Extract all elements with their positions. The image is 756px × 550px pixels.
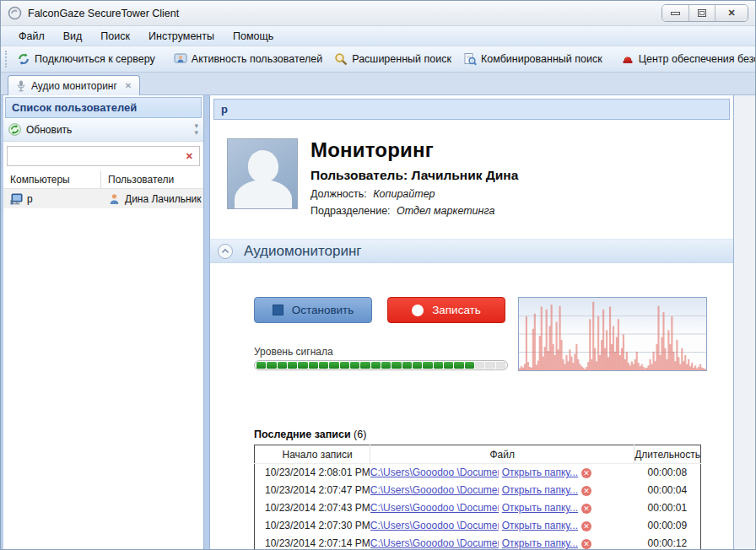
chevron-up-icon xyxy=(221,248,230,254)
avatar xyxy=(227,138,298,209)
signal-segment-on xyxy=(381,362,391,369)
waveform-display xyxy=(518,297,707,371)
delete-recording-icon[interactable]: ✕ xyxy=(581,539,591,549)
column-users[interactable]: Пользователи xyxy=(101,174,203,186)
recordings-table: Начало записи Файл Длительность 10/23/20… xyxy=(254,445,701,550)
user-list-columns: Компьютеры Пользователи xyxy=(3,170,203,189)
recording-duration: 00:00:12 xyxy=(634,535,701,550)
avatar-head-shape xyxy=(248,150,278,182)
advanced-search-icon xyxy=(334,52,348,66)
user-list-header: Список пользователей xyxy=(5,97,202,118)
menu-item-file[interactable]: Файл xyxy=(9,27,54,46)
microphone-icon xyxy=(16,80,26,92)
combined-search-icon xyxy=(463,52,477,66)
file-path-link[interactable]: C:\Users\Gooodoo \Documents\Falc xyxy=(370,537,499,549)
delete-recording-icon[interactable]: ✕ xyxy=(581,504,591,514)
toolbar-grip xyxy=(5,51,7,67)
user-list-row[interactable]: p Дина Лачильник xyxy=(3,189,203,208)
record-label: Записать xyxy=(432,304,481,316)
collapse-button[interactable] xyxy=(218,244,233,259)
app-window: FalconGaze SecureTower Client ✕ Файл Вид… xyxy=(0,0,756,550)
recordings-title-text: Последние записи xyxy=(254,429,351,440)
advanced-search-label: Расширенный поиск xyxy=(352,53,451,65)
file-path-link[interactable]: C:\Users\Gooodoo \Documents\Falc xyxy=(370,466,499,478)
toolbar-overflow-button[interactable]: ▾▾ xyxy=(194,123,198,135)
record-button[interactable]: Записать xyxy=(387,297,505,323)
recordings-count: (6) xyxy=(354,429,366,440)
signal-segment-on xyxy=(329,362,338,369)
signal-segment-on xyxy=(423,362,432,369)
recording-start: 10/23/2014 2:08:01 PM xyxy=(255,464,370,482)
column-computers[interactable]: Компьютеры xyxy=(3,170,101,188)
recording-file-cell: C:\Users\Gooodoo \Documents\FalcОткрыть … xyxy=(370,482,634,499)
user-search-box: ✕ xyxy=(7,146,200,166)
main-toolbar: Подключиться к серверу Активность пользо… xyxy=(1,46,755,73)
open-folder-link[interactable]: Открыть папку... xyxy=(502,537,578,549)
profile-department-line: Подразделение: Отдел маркетинга xyxy=(310,205,518,217)
file-path-link[interactable]: C:\Users\Gooodoo \Documents\Falc xyxy=(370,484,499,496)
open-folder-link[interactable]: Открыть папку... xyxy=(502,520,578,531)
delete-recording-icon[interactable]: ✕ xyxy=(581,521,591,531)
menu-item-help[interactable]: Помощь xyxy=(224,27,283,46)
recording-start: 10/23/2014 2:07:30 PM xyxy=(255,517,370,535)
signal-segment-on xyxy=(350,362,359,369)
connect-server-label: Подключиться к серверу xyxy=(35,53,155,65)
advanced-search-button[interactable]: Расширенный поиск xyxy=(328,49,457,69)
user-list-panel: Список пользователей Обновить ▾▾ ✕ Компь… xyxy=(1,95,203,549)
stop-label: Остановить xyxy=(292,304,354,316)
refresh-button[interactable]: Обновить xyxy=(8,123,72,136)
person-icon xyxy=(108,193,121,205)
recording-start: 10/23/2014 2:07:43 PM xyxy=(255,499,370,517)
recording-duration: 00:00:09 xyxy=(634,517,701,535)
security-center-icon xyxy=(621,52,634,66)
profile-title: Мониторинг xyxy=(310,138,518,162)
search-clear-icon[interactable]: ✕ xyxy=(180,151,199,162)
user-search-input[interactable] xyxy=(8,150,180,162)
open-folder-link[interactable]: Открыть папку... xyxy=(502,502,578,514)
delete-recording-icon[interactable]: ✕ xyxy=(581,468,591,478)
file-path-link[interactable]: C:\Users\Gooodoo \Documents\Falc xyxy=(370,520,499,531)
computer-name: p xyxy=(27,193,33,205)
avatar-body-shape xyxy=(235,180,292,209)
user-cell: Дина Лачильник xyxy=(101,193,203,205)
tab-close-icon[interactable]: ✕ xyxy=(125,81,132,90)
position-label: Должность: xyxy=(310,188,367,200)
menu-item-search[interactable]: Поиск xyxy=(91,27,139,46)
panel-title: p xyxy=(213,99,730,120)
column-file[interactable]: Файл xyxy=(370,445,634,464)
user-activity-button[interactable]: Активность пользователей xyxy=(168,49,328,69)
panel-splitter[interactable] xyxy=(203,95,210,549)
connect-server-button[interactable]: Подключиться к серверу xyxy=(11,49,161,69)
stop-button[interactable]: Остановить xyxy=(254,297,372,323)
menu-item-tools[interactable]: Инструменты xyxy=(139,27,224,46)
minimize-icon xyxy=(671,12,680,15)
maximize-button[interactable] xyxy=(688,5,715,21)
delete-recording-icon[interactable]: ✕ xyxy=(581,486,591,496)
user-label: Пользователь: xyxy=(310,168,408,182)
column-duration[interactable]: Длительность xyxy=(634,445,701,464)
signal-segment-on xyxy=(319,362,328,369)
recording-start: 10/23/2014 2:07:14 PM xyxy=(255,535,370,550)
signal-segment-on xyxy=(413,362,422,369)
menu-bar: Файл Вид Поиск Инструменты Помощь xyxy=(1,26,755,46)
minimize-button[interactable] xyxy=(662,5,688,21)
column-start-time[interactable]: Начало записи xyxy=(255,445,370,464)
open-folder-link[interactable]: Открыть папку... xyxy=(502,484,578,496)
profile-position-line: Должность: Копирайтер xyxy=(310,188,518,200)
tab-audio-monitoring[interactable]: Аудио мониторинг ✕ xyxy=(8,75,140,95)
signal-segment-on xyxy=(298,362,307,369)
combined-search-label: Комбинированный поиск xyxy=(481,53,602,65)
file-path-link[interactable]: C:\Users\Gooodoo \Documents\Falc xyxy=(370,502,499,514)
signal-segment-on xyxy=(465,362,474,369)
signal-segment-on xyxy=(392,362,401,369)
window-title: FalconGaze SecureTower Client xyxy=(28,8,179,19)
security-center-button[interactable]: Центр обеспечения безопасности xyxy=(615,49,755,69)
recording-row: 10/23/2014 2:07:43 PMC:\Users\Gooodoo \D… xyxy=(255,499,701,517)
signal-segment-on xyxy=(267,362,276,369)
close-button[interactable]: ✕ xyxy=(715,5,748,21)
signal-segment-on xyxy=(340,362,349,369)
tab-label: Аудио мониторинг xyxy=(31,80,117,92)
combined-search-button[interactable]: Комбинированный поиск xyxy=(457,49,608,69)
menu-item-view[interactable]: Вид xyxy=(54,27,92,46)
open-folder-link[interactable]: Открыть папку... xyxy=(502,466,578,478)
